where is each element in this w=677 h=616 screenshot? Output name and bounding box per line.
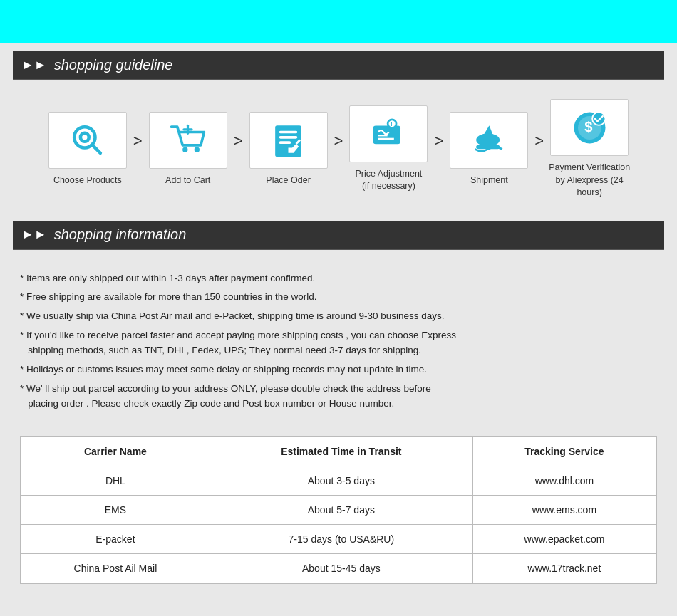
info-header: ►► shopping information bbox=[13, 221, 664, 249]
svg-rect-10 bbox=[279, 136, 298, 139]
step-price-adjustment-box: ! bbox=[349, 105, 428, 162]
arrow-1: > bbox=[133, 132, 143, 166]
cart-icon bbox=[168, 120, 207, 160]
step-choose-products-box bbox=[48, 112, 127, 169]
step-price-adjustment: ! Price Adjustment(if necessary) bbox=[346, 105, 431, 193]
svg-point-19 bbox=[476, 133, 500, 146]
payment-icon: $ bbox=[570, 108, 609, 147]
svg-text:$: $ bbox=[584, 119, 592, 135]
guideline-section: ►► shopping guideline Choose Products > bbox=[0, 51, 677, 214]
step-price-adjustment-label: Price Adjustment(if necessary) bbox=[356, 168, 423, 193]
step-place-order-label: Place Oder bbox=[266, 174, 311, 187]
info-divider bbox=[13, 249, 664, 250]
shipping-table-wrapper: Carrier Name Estimated Time in Transit T… bbox=[20, 436, 657, 584]
steps-row: Choose Products > Add to Cart > bbox=[0, 92, 677, 214]
info-line-3: * We usually ship via China Post Air mai… bbox=[20, 309, 657, 324]
col-tracking: Tracking Service bbox=[472, 437, 656, 466]
table-row: DHL About 3-5 days www.dhl.com bbox=[21, 466, 656, 495]
transit-ems: About 5-7 days bbox=[210, 495, 472, 524]
transit-epacket: 7-15 days (to USA&RU) bbox=[210, 524, 472, 553]
table-row: E-packet 7-15 days (to USA&RU) www.epack… bbox=[21, 524, 656, 553]
step-payment: $ Payment Verificationby Aliexpress (24 … bbox=[547, 99, 632, 199]
step-add-to-cart-box bbox=[149, 112, 227, 169]
svg-rect-11 bbox=[279, 141, 291, 144]
step-choose-products-label: Choose Products bbox=[53, 174, 122, 187]
info-line-6: * We' ll ship out parcel according to yo… bbox=[20, 382, 657, 412]
step-place-order: Place Oder bbox=[246, 112, 331, 187]
col-transit: Estimated Time in Transit bbox=[210, 437, 472, 466]
ship-icon bbox=[470, 120, 509, 160]
arrow-5: > bbox=[534, 132, 544, 166]
step-add-to-cart: Add to Cart bbox=[145, 112, 231, 187]
info-line-2: * Free shipping are available for more t… bbox=[20, 290, 657, 305]
svg-point-4 bbox=[182, 147, 187, 152]
top-banner bbox=[0, 0, 677, 43]
info-content: * Items are only shipped out within 1-3 … bbox=[0, 261, 677, 426]
step-place-order-box bbox=[249, 112, 328, 169]
arrow-2: > bbox=[234, 132, 243, 166]
info-line-5: * Holidays or customs issues may meet so… bbox=[20, 362, 657, 377]
step-choose-products: Choose Products bbox=[45, 112, 130, 187]
tracking-chinapost: www.17track.net bbox=[472, 553, 656, 583]
info-section: ►► shopping information * Items are only… bbox=[0, 221, 677, 584]
step-payment-label: Payment Verificationby Aliexpress (24 ho… bbox=[549, 162, 631, 199]
carrier-ems: EMS bbox=[21, 495, 210, 524]
guideline-header: ►► shopping guideline bbox=[13, 51, 664, 79]
shipping-table: Carrier Name Estimated Time in Transit T… bbox=[21, 437, 656, 583]
carrier-epacket: E-packet bbox=[21, 524, 210, 553]
step-add-to-cart-label: Add to Cart bbox=[165, 174, 210, 187]
table-row: China Post Ail Mail About 15-45 days www… bbox=[21, 553, 656, 583]
guideline-divider bbox=[13, 79, 664, 80]
arrow-4: > bbox=[434, 132, 443, 166]
tracking-ems: www.ems.com bbox=[472, 495, 656, 524]
table-row: EMS About 5-7 days www.ems.com bbox=[21, 495, 656, 524]
carrier-chinapost: China Post Ail Mail bbox=[21, 553, 210, 583]
search-icon bbox=[68, 120, 107, 160]
tracking-dhl: www.dhl.com bbox=[472, 466, 656, 495]
step-shipment-box bbox=[450, 112, 528, 169]
svg-point-3 bbox=[83, 135, 88, 140]
table-header-row: Carrier Name Estimated Time in Transit T… bbox=[21, 437, 656, 466]
step-shipment: Shipment bbox=[446, 112, 532, 187]
info-header-icon: ►► bbox=[21, 227, 47, 242]
svg-line-2 bbox=[92, 145, 100, 153]
guideline-title: shopping guideline bbox=[54, 57, 173, 73]
info-title: shopping information bbox=[54, 226, 187, 243]
carrier-dhl: DHL bbox=[21, 466, 210, 495]
svg-rect-9 bbox=[279, 131, 298, 134]
arrow-3: > bbox=[334, 132, 343, 166]
tracking-epacket: www.epacket.com bbox=[472, 524, 656, 553]
step-payment-box: $ bbox=[550, 99, 629, 156]
col-carrier: Carrier Name bbox=[21, 437, 210, 466]
transit-dhl: About 3-5 days bbox=[210, 466, 472, 495]
transit-chinapost: About 15-45 days bbox=[210, 553, 472, 583]
guideline-header-icon: ►► bbox=[21, 58, 47, 73]
order-icon bbox=[269, 120, 308, 160]
info-line-4: * If you'd like to receive parcel faster… bbox=[20, 328, 657, 358]
svg-point-5 bbox=[195, 147, 200, 152]
price-icon: ! bbox=[369, 114, 408, 153]
step-shipment-label: Shipment bbox=[470, 174, 508, 187]
svg-text:!: ! bbox=[391, 122, 392, 128]
info-line-1: * Items are only shipped out within 1-3 … bbox=[20, 271, 657, 286]
